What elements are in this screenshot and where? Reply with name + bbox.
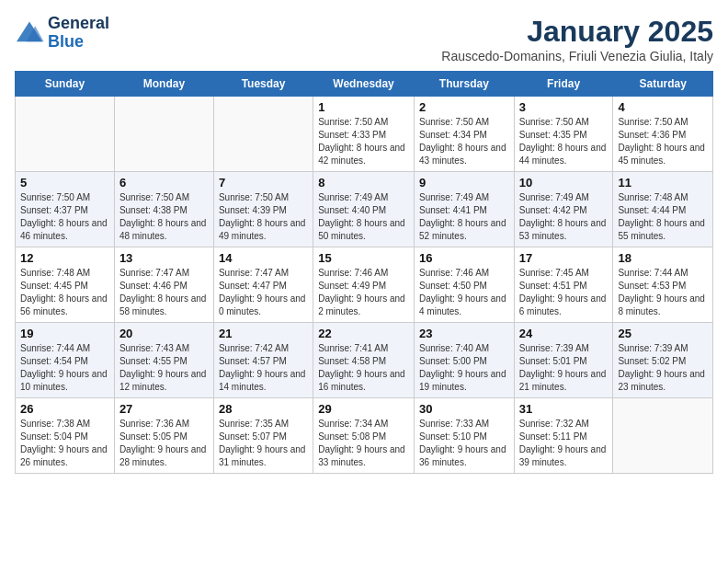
day-number: 11 [618,176,708,190]
calendar-week-row: 5Sunrise: 7:50 AM Sunset: 4:37 PM Daylig… [16,172,713,247]
day-detail: Sunrise: 7:45 AM Sunset: 4:51 PM Dayligh… [519,267,609,318]
calendar-cell: 3Sunrise: 7:50 AM Sunset: 4:35 PM Daylig… [514,97,613,172]
calendar-cell: 1Sunrise: 7:50 AM Sunset: 4:33 PM Daylig… [313,97,415,172]
day-detail: Sunrise: 7:47 AM Sunset: 4:47 PM Dayligh… [219,267,308,318]
calendar-cell: 15Sunrise: 7:46 AM Sunset: 4:49 PM Dayli… [313,247,415,323]
calendar-cell: 13Sunrise: 7:47 AM Sunset: 4:46 PM Dayli… [114,247,213,323]
day-number: 1 [318,100,409,114]
day-number: 5 [20,176,109,190]
calendar-week-row: 26Sunrise: 7:38 AM Sunset: 5:04 PM Dayli… [16,398,713,474]
calendar-cell: 24Sunrise: 7:39 AM Sunset: 5:01 PM Dayli… [514,323,613,398]
day-number: 22 [318,327,409,340]
day-number: 29 [318,402,409,416]
day-detail: Sunrise: 7:35 AM Sunset: 5:07 PM Dayligh… [219,418,308,469]
day-detail: Sunrise: 7:50 AM Sunset: 4:34 PM Dayligh… [419,116,509,167]
calendar-cell: 22Sunrise: 7:41 AM Sunset: 4:58 PM Dayli… [313,323,415,398]
day-number: 13 [119,251,209,265]
calendar-cell: 17Sunrise: 7:45 AM Sunset: 4:51 PM Dayli… [514,247,613,323]
day-number: 27 [119,402,209,416]
title-area: January 2025 Rauscedo-Domanins, Friuli V… [441,15,713,63]
day-detail: Sunrise: 7:48 AM Sunset: 4:45 PM Dayligh… [20,267,109,318]
calendar-cell: 29Sunrise: 7:34 AM Sunset: 5:08 PM Dayli… [313,398,415,474]
day-detail: Sunrise: 7:49 AM Sunset: 4:42 PM Dayligh… [519,191,609,243]
day-number: 24 [519,327,609,340]
day-number: 4 [618,100,708,114]
weekday-header-sunday: Sunday [16,72,115,97]
calendar-week-row: 19Sunrise: 7:44 AM Sunset: 4:54 PM Dayli… [16,323,713,398]
calendar-cell: 18Sunrise: 7:44 AM Sunset: 4:53 PM Dayli… [613,247,713,323]
day-detail: Sunrise: 7:38 AM Sunset: 5:04 PM Dayligh… [20,418,109,469]
day-detail: Sunrise: 7:49 AM Sunset: 4:40 PM Dayligh… [318,191,409,243]
day-detail: Sunrise: 7:39 AM Sunset: 5:01 PM Dayligh… [519,342,609,394]
month-title: January 2025 [441,15,713,49]
day-number: 2 [419,100,509,114]
calendar-week-row: 1Sunrise: 7:50 AM Sunset: 4:33 PM Daylig… [16,97,713,172]
day-detail: Sunrise: 7:39 AM Sunset: 5:02 PM Dayligh… [618,342,708,394]
day-detail: Sunrise: 7:36 AM Sunset: 5:05 PM Dayligh… [119,418,209,469]
day-number: 23 [419,327,509,340]
day-detail: Sunrise: 7:44 AM Sunset: 4:54 PM Dayligh… [20,342,109,394]
calendar-cell: 6Sunrise: 7:50 AM Sunset: 4:38 PM Daylig… [114,172,213,247]
day-number: 14 [219,251,308,265]
calendar-cell: 12Sunrise: 7:48 AM Sunset: 4:45 PM Dayli… [16,247,115,323]
day-number: 25 [618,327,708,340]
weekday-header-tuesday: Tuesday [213,72,313,97]
day-detail: Sunrise: 7:41 AM Sunset: 4:58 PM Dayligh… [318,342,409,394]
day-number: 10 [519,176,609,190]
logo-icon [15,20,44,46]
weekday-header-friday: Friday [514,72,613,97]
day-detail: Sunrise: 7:40 AM Sunset: 5:00 PM Dayligh… [419,342,509,394]
day-number: 7 [219,176,308,190]
day-detail: Sunrise: 7:50 AM Sunset: 4:37 PM Dayligh… [20,191,109,243]
day-detail: Sunrise: 7:50 AM Sunset: 4:36 PM Dayligh… [618,116,708,167]
calendar-cell: 20Sunrise: 7:43 AM Sunset: 4:55 PM Dayli… [114,323,213,398]
day-detail: Sunrise: 7:42 AM Sunset: 4:57 PM Dayligh… [219,342,308,394]
day-number: 6 [119,176,209,190]
day-detail: Sunrise: 7:32 AM Sunset: 5:11 PM Dayligh… [519,418,609,469]
calendar-cell: 25Sunrise: 7:39 AM Sunset: 5:02 PM Dayli… [613,323,713,398]
day-detail: Sunrise: 7:50 AM Sunset: 4:39 PM Dayligh… [219,191,308,243]
calendar-week-row: 12Sunrise: 7:48 AM Sunset: 4:45 PM Dayli… [16,247,713,323]
day-detail: Sunrise: 7:43 AM Sunset: 4:55 PM Dayligh… [119,342,209,394]
location-subtitle: Rauscedo-Domanins, Friuli Venezia Giulia… [441,49,713,63]
calendar-cell: 23Sunrise: 7:40 AM Sunset: 5:00 PM Dayli… [414,323,514,398]
weekday-header-wednesday: Wednesday [313,72,415,97]
calendar-cell: 16Sunrise: 7:46 AM Sunset: 4:50 PM Dayli… [414,247,514,323]
calendar-cell: 2Sunrise: 7:50 AM Sunset: 4:34 PM Daylig… [414,97,514,172]
calendar-cell: 9Sunrise: 7:49 AM Sunset: 4:41 PM Daylig… [414,172,514,247]
logo-text-blue: Blue [48,33,109,52]
day-detail: Sunrise: 7:33 AM Sunset: 5:10 PM Dayligh… [419,418,509,469]
calendar-cell [613,398,713,474]
calendar-cell: 7Sunrise: 7:50 AM Sunset: 4:39 PM Daylig… [213,172,313,247]
weekday-header-thursday: Thursday [414,72,514,97]
calendar-cell [16,97,115,172]
day-number: 3 [519,100,609,114]
calendar-cell: 31Sunrise: 7:32 AM Sunset: 5:11 PM Dayli… [514,398,613,474]
day-detail: Sunrise: 7:50 AM Sunset: 4:35 PM Dayligh… [519,116,609,167]
calendar-cell: 10Sunrise: 7:49 AM Sunset: 4:42 PM Dayli… [514,172,613,247]
day-number: 21 [219,327,308,340]
day-number: 18 [618,251,708,265]
day-number: 8 [318,176,409,190]
calendar-cell: 11Sunrise: 7:48 AM Sunset: 4:44 PM Dayli… [613,172,713,247]
calendar-cell: 26Sunrise: 7:38 AM Sunset: 5:04 PM Dayli… [16,398,115,474]
day-detail: Sunrise: 7:46 AM Sunset: 4:49 PM Dayligh… [318,267,409,318]
calendar-cell: 19Sunrise: 7:44 AM Sunset: 4:54 PM Dayli… [16,323,115,398]
day-number: 15 [318,251,409,265]
day-number: 30 [419,402,509,416]
day-detail: Sunrise: 7:46 AM Sunset: 4:50 PM Dayligh… [419,267,509,318]
day-number: 17 [519,251,609,265]
calendar-cell: 8Sunrise: 7:49 AM Sunset: 4:40 PM Daylig… [313,172,415,247]
calendar-cell: 4Sunrise: 7:50 AM Sunset: 4:36 PM Daylig… [613,97,713,172]
day-detail: Sunrise: 7:48 AM Sunset: 4:44 PM Dayligh… [618,191,708,243]
calendar-cell: 5Sunrise: 7:50 AM Sunset: 4:37 PM Daylig… [16,172,115,247]
day-number: 16 [419,251,509,265]
calendar-cell: 27Sunrise: 7:36 AM Sunset: 5:05 PM Dayli… [114,398,213,474]
calendar-cell: 14Sunrise: 7:47 AM Sunset: 4:47 PM Dayli… [213,247,313,323]
day-number: 9 [419,176,509,190]
day-number: 31 [519,402,609,416]
logo: General Blue [15,15,109,52]
calendar-cell: 28Sunrise: 7:35 AM Sunset: 5:07 PM Dayli… [213,398,313,474]
page-header: General Blue January 2025 Rauscedo-Doman… [15,15,713,63]
day-number: 26 [20,402,109,416]
